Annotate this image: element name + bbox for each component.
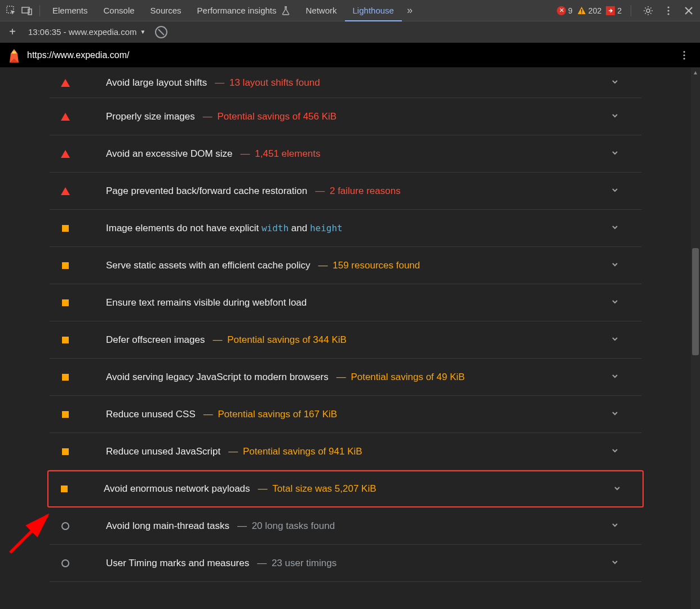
tab-network[interactable]: Network — [298, 0, 345, 21]
audit-title: Properly size images — [106, 111, 195, 122]
chevron-down-icon[interactable] — [611, 186, 619, 196]
audit-title: Avoid large layout shifts — [106, 77, 207, 89]
chevron-down-icon[interactable] — [611, 335, 619, 345]
average-icon — [61, 224, 70, 233]
audit-title: Page prevented back/forward cache restor… — [106, 186, 307, 197]
kebab-menu-icon[interactable] — [661, 3, 676, 19]
average-icon — [61, 298, 70, 307]
message-count-badge[interactable]: 2 — [606, 6, 622, 15]
svg-point-8 — [667, 13, 669, 15]
average-icon — [61, 410, 70, 419]
inspect-element-icon[interactable] — [3, 3, 19, 19]
new-report-button[interactable]: + — [6, 25, 19, 39]
audit-detail: — Potential savings of 167 KiB — [203, 409, 337, 420]
informative-icon — [61, 559, 70, 568]
fail-icon — [61, 187, 70, 196]
chevron-down-icon[interactable] — [611, 149, 619, 158]
svg-rect-4 — [581, 12, 582, 14]
audit-row[interactable]: User Timing marks and measures— 23 user … — [50, 545, 641, 582]
average-icon — [61, 447, 70, 456]
flask-icon — [281, 6, 290, 15]
scrollbar-up-icon[interactable]: ▲ — [691, 68, 700, 77]
chevron-down-icon[interactable] — [611, 447, 619, 456]
warning-count-badge[interactable]: 202 — [577, 6, 601, 15]
lighthouse-report-bar: + 13:06:35 - www.expedia.com ▼ — [0, 21, 700, 43]
audit-row[interactable]: Avoid enormous network payloads— Total s… — [47, 470, 644, 508]
audit-row[interactable]: Image elements do not have explicit widt… — [50, 210, 641, 247]
clear-report-icon[interactable] — [155, 26, 167, 38]
informative-icon — [61, 522, 70, 531]
message-count: 2 — [617, 6, 622, 15]
chevron-down-icon[interactable] — [611, 298, 619, 307]
tab-sources[interactable]: Sources — [143, 0, 189, 21]
audit-row[interactable]: Properly size images— Potential savings … — [50, 98, 641, 135]
average-icon — [61, 261, 70, 270]
chevron-down-icon[interactable] — [613, 484, 621, 494]
chevron-down-icon[interactable] — [611, 558, 619, 568]
audit-title: Avoid long main-thread tasks — [106, 520, 229, 532]
separator — [39, 5, 40, 16]
chevron-down-icon[interactable] — [611, 409, 619, 419]
close-devtools-icon[interactable] — [681, 3, 697, 19]
audit-title: User Timing marks and measures — [106, 558, 249, 569]
audit-list: Avoid large layout shifts— 13 layout shi… — [0, 68, 691, 609]
audit-row[interactable]: Avoid large layout shifts— 13 layout shi… — [50, 68, 641, 98]
audit-detail: — 20 long tasks found — [237, 520, 335, 532]
audit-row[interactable]: Ensure text remains visible during webfo… — [50, 284, 641, 321]
audit-detail: — Potential savings of 344 KiB — [212, 334, 346, 346]
audit-title: Reduce unused JavaScript — [106, 446, 220, 457]
report-selector-label: 13:06:35 - www.expedia.com — [28, 27, 137, 37]
audit-row[interactable]: Avoid long main-thread tasks— 20 long ta… — [50, 508, 641, 545]
audit-row[interactable]: Reduce unused CSS— Potential savings of … — [50, 396, 641, 433]
average-icon — [61, 373, 70, 382]
svg-rect-9 — [12, 51, 16, 54]
audit-row[interactable]: Reduce unused JavaScript— Potential savi… — [50, 433, 641, 470]
audit-detail: — Total size was 5,207 KiB — [258, 483, 376, 495]
svg-point-7 — [667, 10, 669, 11]
error-count-badge[interactable]: ✕ 9 — [557, 6, 573, 15]
more-tabs-icon[interactable]: » — [402, 3, 418, 19]
tab-console[interactable]: Console — [96, 0, 143, 21]
lighthouse-logo-icon — [8, 48, 20, 63]
fail-icon — [61, 149, 70, 158]
device-toolbar-icon[interactable] — [19, 3, 35, 19]
tab-lighthouse[interactable]: Lighthouse — [345, 0, 402, 21]
audit-title: Serve static assets with an efficient ca… — [106, 260, 311, 271]
tabs-left-group: Elements Console Sources Performance ins… — [3, 0, 418, 21]
audit-detail: — 1,451 elements — [241, 148, 321, 160]
audit-title: Avoid serving legacy JavaScript to moder… — [106, 372, 329, 383]
chevron-down-icon[interactable] — [611, 112, 619, 121]
tab-performance-insights[interactable]: Performance insights — [189, 0, 298, 21]
audit-row[interactable]: Page prevented back/forward cache restor… — [50, 173, 641, 210]
chevron-down-icon[interactable] — [611, 521, 619, 531]
report-selector[interactable]: 13:06:35 - www.expedia.com ▼ — [28, 27, 146, 37]
error-count: 9 — [568, 6, 573, 15]
audit-detail: — Potential savings of 456 KiB — [203, 111, 336, 122]
audit-row[interactable]: Serve static assets with an efficient ca… — [50, 247, 641, 284]
tab-elements[interactable]: Elements — [45, 0, 96, 21]
chevron-down-icon[interactable] — [611, 223, 619, 233]
svg-point-11 — [683, 54, 685, 56]
audit-title: Defer offscreen images — [106, 334, 205, 346]
chevron-down-icon[interactable] — [611, 372, 619, 382]
audit-detail: — Potential savings of 49 KiB — [336, 372, 465, 383]
svg-rect-3 — [581, 9, 582, 12]
devtools-tabs-bar: Elements Console Sources Performance ins… — [0, 0, 700, 21]
audit-row[interactable]: Avoid serving legacy JavaScript to moder… — [50, 359, 641, 396]
tabs-right-group: ✕ 9 202 2 — [557, 3, 697, 19]
report-menu-icon[interactable] — [676, 47, 692, 63]
chevron-down-icon[interactable] — [611, 78, 619, 87]
average-icon — [61, 336, 70, 345]
settings-icon[interactable] — [640, 3, 656, 19]
average-icon — [60, 484, 69, 493]
audit-row[interactable]: Defer offscreen images— Potential saving… — [50, 321, 641, 359]
scrollbar[interactable]: ▲ — [691, 68, 700, 609]
chevron-down-icon: ▼ — [140, 29, 146, 35]
audit-detail: — 23 user timings — [257, 558, 336, 569]
audit-title: Ensure text remains visible during webfo… — [106, 297, 307, 308]
chevron-down-icon[interactable] — [611, 261, 619, 270]
audit-detail: — Potential savings of 941 KiB — [228, 446, 362, 457]
content-wrap: Avoid large layout shifts— 13 layout shi… — [0, 68, 700, 609]
scrollbar-thumb[interactable] — [692, 248, 699, 355]
audit-row[interactable]: Avoid an excessive DOM size— 1,451 eleme… — [50, 135, 641, 173]
